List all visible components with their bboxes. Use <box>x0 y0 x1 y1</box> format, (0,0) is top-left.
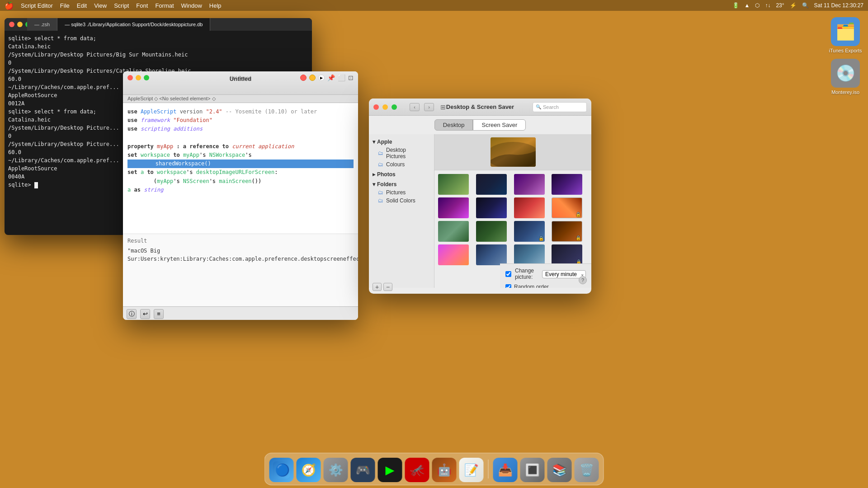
script-stop-button[interactable] <box>309 75 316 81</box>
script-editor-breadcrumb: AppleScript ◇ <No selected element> ◇ <box>123 95 358 103</box>
sidebar-item-colours[interactable]: 🗂 Colours <box>369 160 434 169</box>
dss-maximize-button[interactable] <box>392 104 397 110</box>
dock-stacks[interactable]: 📚 <box>547 458 572 482</box>
dss-close-button[interactable] <box>373 104 379 110</box>
wallpaper-thumb-7[interactable] <box>514 197 545 218</box>
random-order-label: Random order <box>514 284 549 288</box>
dss-sidebar: ▾ Apple 🗂 Desktop Pictures 🗂 Colours ▸ P… <box>369 134 434 288</box>
wallpaper-thumb-1[interactable] <box>438 174 469 195</box>
apple-menu[interactable]: 🍎 <box>5 1 14 10</box>
script-editor-titlebar: Untitled Not Saved ▶ 📌 ⬜ ⊡ <box>123 71 358 95</box>
script-pin-button[interactable]: 📌 <box>327 74 335 81</box>
script-footer-back[interactable]: ↩ <box>140 309 150 319</box>
dock-textedit[interactable]: 📝 <box>459 458 484 482</box>
dock-trash[interactable]: 🗑️ <box>575 458 599 482</box>
menu-edit[interactable]: Edit <box>77 2 87 9</box>
dock-finder[interactable]: 🔵 <box>269 458 294 482</box>
code-line-use2: use framework "Foundation" <box>127 116 354 125</box>
wallpaper-thumb-4[interactable] <box>552 174 582 195</box>
dock-steam[interactable]: 🎮 <box>351 458 375 482</box>
script-editor-close-button[interactable] <box>127 75 133 80</box>
dss-tab-screensaver[interactable]: Screen Saver <box>473 119 526 131</box>
random-order-checkbox[interactable] <box>505 284 511 288</box>
wallpaper-thumb-12[interactable]: 🔒 <box>552 221 582 242</box>
script-record-button[interactable] <box>300 75 307 81</box>
dock-divider <box>488 460 489 479</box>
wallpaper-thumb-8[interactable]: 🔒 <box>552 197 582 218</box>
dock-terminal[interactable]: ▶ <box>378 458 402 482</box>
dock-quicklook[interactable]: 🔳 <box>520 458 545 482</box>
itunes-exports-icon: 🗂️ <box>831 17 860 46</box>
folder-icon-colours: 🗂 <box>378 161 383 168</box>
wallpaper-thumb-10[interactable] <box>476 221 507 242</box>
menubar-spotlight[interactable]: 🔍 <box>802 2 809 9</box>
dock-system-preferences[interactable]: ⚙️ <box>324 458 348 482</box>
script-editor-minimize-button[interactable] <box>136 75 141 80</box>
menu-file[interactable]: File <box>60 2 70 9</box>
terminal-minimize-button[interactable] <box>17 22 23 27</box>
script-code-area[interactable]: use AppleScript version "2.4" -- Yosemit… <box>123 103 358 234</box>
wallpaper-thumb-5[interactable] <box>438 197 469 218</box>
wallpaper-thumb-9[interactable] <box>438 221 469 242</box>
menu-format[interactable]: Format <box>155 2 174 9</box>
sidebar-header-folders[interactable]: ▾ Folders <box>369 180 434 188</box>
menu-font[interactable]: Font <box>136 2 148 9</box>
dss-apps-button[interactable]: ⊞ <box>440 103 446 111</box>
lock-icon-2: 🔒 <box>538 236 544 241</box>
dss-tab-desktop[interactable]: Desktop <box>434 119 473 131</box>
menu-help[interactable]: Help <box>209 2 222 9</box>
script-sidebar-button[interactable]: ⊡ <box>348 74 354 81</box>
terminal-line-4: 0 <box>8 59 308 67</box>
dss-search[interactable]: 🔍 Search <box>533 102 587 112</box>
dss-back-button[interactable]: ‹ <box>410 103 420 111</box>
sidebar-header-apple[interactable]: ▾ Apple <box>369 138 434 146</box>
script-footer-list[interactable]: ≡ <box>154 309 164 319</box>
change-picture-label: Change picture: <box>515 267 538 280</box>
wallpaper-thumb-15[interactable] <box>514 244 545 265</box>
dss-preview-thumb <box>491 137 536 167</box>
wallpaper-thumb-14[interactable] <box>476 244 507 265</box>
menubar-wifi: ▲ <box>745 2 750 9</box>
menu-script[interactable]: Script <box>114 2 129 9</box>
wallpaper-thumb-16[interactable]: 🔒 <box>552 244 582 265</box>
sidebar-header-photos[interactable]: ▸ Photos <box>369 170 434 178</box>
sidebar-folders-label: Folders <box>377 181 396 188</box>
dock-navi[interactable]: 🦟 <box>405 458 429 482</box>
wallpaper-thumb-2[interactable] <box>476 174 507 195</box>
dss-minimize-button[interactable] <box>382 104 388 110</box>
desktop-icon-monterey[interactable]: 💿 Monterey.iso <box>827 59 863 95</box>
random-order-row: Random order <box>505 284 586 288</box>
change-picture-checkbox[interactable] <box>505 271 511 277</box>
folder-icon-solid-colors: 🗂 <box>378 197 383 204</box>
dss-forward-button[interactable]: › <box>424 103 434 111</box>
chevron-down-icon: ▾ <box>373 139 375 145</box>
script-footer-info[interactable]: ⓘ <box>127 309 137 319</box>
dss-add-button[interactable]: + <box>373 283 382 291</box>
script-editor-maximize-button[interactable] <box>144 75 149 80</box>
dss-title: Desktop & Screen Saver <box>446 103 514 110</box>
terminal-tab-zsh[interactable]: — .zsh <box>27 18 57 31</box>
wallpaper-thumb-11[interactable]: 🔒 <box>514 221 545 242</box>
wallpaper-thumb-3[interactable] <box>514 174 545 195</box>
desktop-icon-itunes[interactable]: 🗂️ iTunes Exports <box>827 17 863 53</box>
dock-filebrowser[interactable]: 📥 <box>493 458 518 482</box>
sidebar-item-solid-colors[interactable]: 🗂 Solid Colors <box>369 197 434 205</box>
wallpaper-thumb-13[interactable] <box>438 244 469 265</box>
dock-automator[interactable]: 🤖 <box>432 458 457 482</box>
terminal-close-button[interactable] <box>9 22 14 27</box>
wallpaper-thumb-6[interactable] <box>476 197 507 218</box>
script-run-button[interactable]: ▶ <box>318 75 325 81</box>
menu-window[interactable]: Window <box>181 2 202 9</box>
code-line-set2-cont: (myApp's NSScreen's mainScreen()) <box>127 177 354 186</box>
terminal-tab-sqlite[interactable]: — sqlite3 ./Library/Application Support/… <box>57 18 210 31</box>
script-expand-button[interactable]: ⬜ <box>338 74 345 81</box>
menu-script-editor[interactable]: Script Editor <box>21 2 53 9</box>
dss-help-button[interactable]: ? <box>579 276 587 284</box>
sidebar-item-pictures[interactable]: 🗂 Pictures <box>369 188 434 197</box>
sidebar-item-desktop-pictures[interactable]: 🗂 Desktop Pictures <box>369 146 434 160</box>
menu-view[interactable]: View <box>94 2 107 9</box>
dss-change-picture-control: Change picture: Every minute <box>505 267 586 280</box>
dock-safari[interactable]: 🧭 <box>297 458 321 482</box>
change-picture-select[interactable]: Every minute <box>542 270 586 278</box>
dss-remove-button[interactable]: − <box>383 283 392 291</box>
